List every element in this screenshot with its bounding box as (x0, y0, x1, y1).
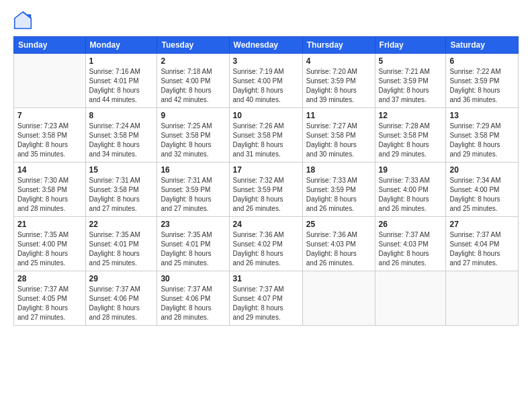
page: SundayMondayTuesdayWednesdayThursdayFrid… (0, 0, 532, 411)
day-number: 22 (89, 220, 154, 229)
logo-icon (13, 11, 32, 30)
day-info: Sunrise: 7:37 AM Sunset: 4:04 PM Dayligh… (449, 230, 515, 268)
calendar-cell: 22Sunrise: 7:35 AM Sunset: 4:01 PM Dayli… (85, 217, 157, 271)
day-number: 27 (449, 220, 515, 229)
weekday-header-monday: Monday (85, 37, 157, 54)
calendar-cell: 14Sunrise: 7:30 AM Sunset: 3:58 PM Dayli… (14, 163, 86, 217)
day-number: 8 (89, 111, 154, 120)
day-info: Sunrise: 7:37 AM Sunset: 4:07 PM Dayligh… (233, 285, 299, 322)
day-number: 26 (379, 220, 443, 229)
day-info: Sunrise: 7:28 AM Sunset: 3:58 PM Dayligh… (379, 122, 443, 159)
day-number: 3 (233, 56, 299, 66)
day-number: 14 (17, 165, 82, 175)
week-row-5: 28Sunrise: 7:37 AM Sunset: 4:05 PM Dayli… (14, 271, 519, 326)
day-info: Sunrise: 7:35 AM Sunset: 4:01 PM Dayligh… (89, 230, 154, 268)
day-info: Sunrise: 7:24 AM Sunset: 3:58 PM Dayligh… (89, 122, 154, 159)
calendar-cell: 27Sunrise: 7:37 AM Sunset: 4:04 PM Dayli… (446, 217, 519, 271)
calendar-cell: 21Sunrise: 7:35 AM Sunset: 4:00 PM Dayli… (14, 217, 86, 271)
day-number: 18 (306, 165, 371, 175)
day-info: Sunrise: 7:37 AM Sunset: 4:05 PM Dayligh… (17, 285, 82, 322)
day-info: Sunrise: 7:23 AM Sunset: 3:58 PM Dayligh… (17, 122, 82, 159)
day-info: Sunrise: 7:18 AM Sunset: 4:00 PM Dayligh… (161, 67, 225, 105)
calendar-cell: 1Sunrise: 7:16 AM Sunset: 4:01 PM Daylig… (85, 54, 157, 108)
calendar-cell (446, 271, 519, 326)
logo (13, 11, 34, 30)
calendar-cell: 17Sunrise: 7:32 AM Sunset: 3:59 PM Dayli… (229, 163, 302, 217)
weekday-header-tuesday: Tuesday (157, 37, 229, 54)
day-info: Sunrise: 7:35 AM Sunset: 4:00 PM Dayligh… (17, 230, 82, 268)
calendar-cell: 5Sunrise: 7:21 AM Sunset: 3:59 PM Daylig… (375, 54, 446, 108)
calendar-cell: 9Sunrise: 7:25 AM Sunset: 3:58 PM Daylig… (157, 108, 229, 163)
weekday-header-friday: Friday (375, 37, 446, 54)
day-number: 10 (233, 111, 299, 120)
day-info: Sunrise: 7:37 AM Sunset: 4:06 PM Dayligh… (89, 285, 154, 322)
day-info: Sunrise: 7:16 AM Sunset: 4:01 PM Dayligh… (89, 67, 154, 105)
calendar-cell: 15Sunrise: 7:31 AM Sunset: 3:58 PM Dayli… (85, 163, 157, 217)
calendar-cell: 29Sunrise: 7:37 AM Sunset: 4:06 PM Dayli… (85, 271, 157, 326)
weekday-header-wednesday: Wednesday (229, 37, 302, 54)
day-number: 20 (449, 165, 515, 175)
calendar-cell: 31Sunrise: 7:37 AM Sunset: 4:07 PM Dayli… (229, 271, 302, 326)
day-number: 6 (449, 56, 515, 66)
day-info: Sunrise: 7:33 AM Sunset: 3:59 PM Dayligh… (306, 176, 371, 214)
day-number: 28 (17, 274, 82, 283)
day-info: Sunrise: 7:36 AM Sunset: 4:03 PM Dayligh… (306, 230, 371, 268)
day-info: Sunrise: 7:21 AM Sunset: 3:59 PM Dayligh… (379, 67, 443, 105)
day-info: Sunrise: 7:29 AM Sunset: 3:58 PM Dayligh… (449, 122, 515, 159)
calendar-cell: 30Sunrise: 7:37 AM Sunset: 4:06 PM Dayli… (157, 271, 229, 326)
calendar-cell: 24Sunrise: 7:36 AM Sunset: 4:02 PM Dayli… (229, 217, 302, 271)
day-number: 25 (306, 220, 371, 229)
week-row-1: 1Sunrise: 7:16 AM Sunset: 4:01 PM Daylig… (14, 54, 519, 108)
calendar-cell: 8Sunrise: 7:24 AM Sunset: 3:58 PM Daylig… (85, 108, 157, 163)
day-info: Sunrise: 7:34 AM Sunset: 4:00 PM Dayligh… (449, 176, 515, 214)
day-number: 15 (89, 165, 154, 175)
weekday-header-thursday: Thursday (302, 37, 375, 54)
calendar-cell: 6Sunrise: 7:22 AM Sunset: 3:59 PM Daylig… (446, 54, 519, 108)
calendar-cell: 16Sunrise: 7:31 AM Sunset: 3:59 PM Dayli… (157, 163, 229, 217)
calendar-cell: 25Sunrise: 7:36 AM Sunset: 4:03 PM Dayli… (302, 217, 375, 271)
header (13, 11, 519, 30)
day-info: Sunrise: 7:30 AM Sunset: 3:58 PM Dayligh… (17, 176, 82, 214)
calendar-cell: 10Sunrise: 7:26 AM Sunset: 3:58 PM Dayli… (229, 108, 302, 163)
week-row-3: 14Sunrise: 7:30 AM Sunset: 3:58 PM Dayli… (14, 163, 519, 217)
calendar-cell: 3Sunrise: 7:19 AM Sunset: 4:00 PM Daylig… (229, 54, 302, 108)
calendar-cell: 7Sunrise: 7:23 AM Sunset: 3:58 PM Daylig… (14, 108, 86, 163)
weekday-header-sunday: Sunday (14, 37, 86, 54)
day-number: 2 (161, 56, 225, 66)
day-number: 21 (17, 220, 82, 229)
calendar-table: SundayMondayTuesdayWednesdayThursdayFrid… (13, 36, 519, 326)
day-info: Sunrise: 7:31 AM Sunset: 3:59 PM Dayligh… (161, 176, 225, 214)
day-number: 5 (379, 56, 443, 66)
day-info: Sunrise: 7:27 AM Sunset: 3:58 PM Dayligh… (306, 122, 371, 159)
day-number: 29 (89, 274, 154, 283)
day-number: 1 (89, 56, 154, 66)
day-number: 19 (379, 165, 443, 175)
day-number: 31 (233, 274, 299, 283)
calendar-cell: 13Sunrise: 7:29 AM Sunset: 3:58 PM Dayli… (446, 108, 519, 163)
day-number: 23 (161, 220, 225, 229)
day-info: Sunrise: 7:25 AM Sunset: 3:58 PM Dayligh… (161, 122, 225, 159)
day-number: 7 (17, 111, 82, 120)
calendar-cell (302, 271, 375, 326)
calendar-cell: 4Sunrise: 7:20 AM Sunset: 3:59 PM Daylig… (302, 54, 375, 108)
calendar-cell: 23Sunrise: 7:35 AM Sunset: 4:01 PM Dayli… (157, 217, 229, 271)
week-row-4: 21Sunrise: 7:35 AM Sunset: 4:00 PM Dayli… (14, 217, 519, 271)
calendar-cell: 11Sunrise: 7:27 AM Sunset: 3:58 PM Dayli… (302, 108, 375, 163)
day-number: 17 (233, 165, 299, 175)
day-info: Sunrise: 7:37 AM Sunset: 4:03 PM Dayligh… (379, 230, 443, 268)
weekday-header-saturday: Saturday (446, 37, 519, 54)
day-number: 11 (306, 111, 371, 120)
calendar-cell (14, 54, 86, 108)
calendar-cell: 28Sunrise: 7:37 AM Sunset: 4:05 PM Dayli… (14, 271, 86, 326)
calendar-cell: 2Sunrise: 7:18 AM Sunset: 4:00 PM Daylig… (157, 54, 229, 108)
day-number: 9 (161, 111, 225, 120)
day-info: Sunrise: 7:37 AM Sunset: 4:06 PM Dayligh… (161, 285, 225, 322)
day-info: Sunrise: 7:20 AM Sunset: 3:59 PM Dayligh… (306, 67, 371, 105)
day-info: Sunrise: 7:31 AM Sunset: 3:58 PM Dayligh… (89, 176, 154, 214)
day-info: Sunrise: 7:26 AM Sunset: 3:58 PM Dayligh… (233, 122, 299, 159)
day-info: Sunrise: 7:33 AM Sunset: 4:00 PM Dayligh… (379, 176, 443, 214)
calendar-cell: 26Sunrise: 7:37 AM Sunset: 4:03 PM Dayli… (375, 217, 446, 271)
day-number: 16 (161, 165, 225, 175)
calendar-cell: 18Sunrise: 7:33 AM Sunset: 3:59 PM Dayli… (302, 163, 375, 217)
calendar-cell: 19Sunrise: 7:33 AM Sunset: 4:00 PM Dayli… (375, 163, 446, 217)
